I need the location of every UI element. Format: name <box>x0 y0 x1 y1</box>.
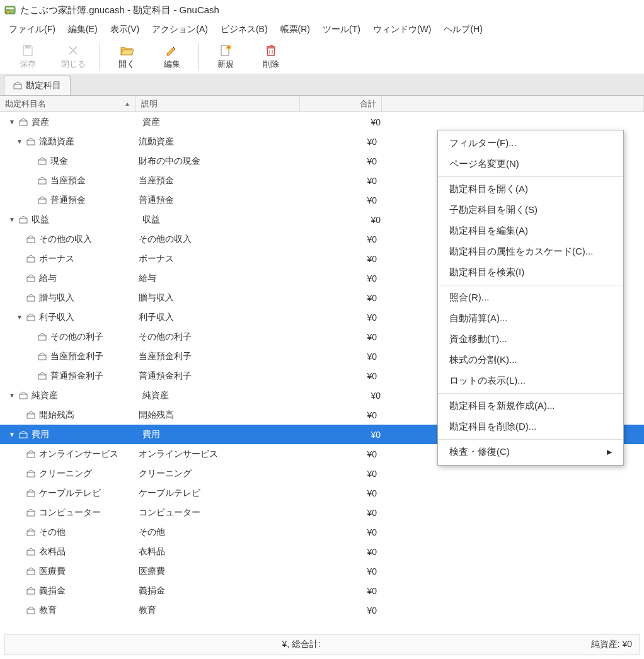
svg-rect-28 <box>27 531 35 536</box>
account-icon <box>38 196 47 205</box>
account-row[interactable]: ケーブルテレビケーブルテレビ¥0 <box>0 483 644 503</box>
account-icon <box>19 430 28 439</box>
context-menu-item[interactable]: ページ名変更(N) <box>438 154 623 175</box>
tab-label: 勘定科目 <box>26 80 61 91</box>
account-total: ¥0 <box>300 469 382 479</box>
accounts-icon <box>13 81 22 90</box>
expander-icon[interactable]: ▼ <box>8 118 16 125</box>
account-description: その他の収入 <box>136 234 300 245</box>
context-menu-item[interactable]: 検査・修復(C)▶ <box>438 442 623 462</box>
context-menu-item[interactable]: 勘定科目を削除(D)... <box>438 416 623 437</box>
menu-file[interactable]: ファイル(F) <box>3 21 62 38</box>
menu-reports[interactable]: 帳票(R) <box>274 21 316 38</box>
context-menu-item[interactable]: 勘定科目を開く(A) <box>438 179 623 200</box>
svg-rect-11 <box>38 199 46 203</box>
submenu-arrow-icon: ▶ <box>607 448 612 456</box>
expander-icon[interactable]: ▼ <box>15 314 24 321</box>
svg-rect-24 <box>27 453 35 457</box>
context-menu-separator <box>438 285 623 285</box>
account-total: ¥0 <box>300 273 382 284</box>
account-row[interactable]: 衣料品衣料品¥0 <box>0 542 644 561</box>
account-row[interactable]: 教育教育¥0 <box>0 600 644 620</box>
column-headers: 勘定科目名 ▲ 説明 合計 <box>0 96 644 112</box>
account-icon <box>26 313 35 322</box>
column-header-name[interactable]: 勘定科目名 ▲ <box>0 96 136 112</box>
expander-icon[interactable]: ▼ <box>8 431 16 438</box>
context-menu-separator <box>438 439 623 440</box>
account-total: ¥0 <box>304 215 386 225</box>
context-menu: フィルター(F)...ページ名変更(N)勘定科目を開く(A)子勘定科目を開く(S… <box>437 130 624 466</box>
account-row[interactable]: 医療費医療費¥0 <box>0 561 644 581</box>
expander-icon[interactable]: ▼ <box>15 138 24 145</box>
context-menu-item[interactable]: ロットの表示(L)... <box>438 370 623 391</box>
account-icon <box>19 391 28 400</box>
account-total: ¥0 <box>304 117 386 127</box>
account-name: 衣料品 <box>39 546 66 558</box>
context-menu-item[interactable]: フィルター(F)... <box>438 133 623 154</box>
context-menu-item[interactable]: 資金移動(T)... <box>438 329 623 350</box>
account-icon <box>26 274 35 283</box>
svg-rect-19 <box>38 355 46 360</box>
context-menu-item[interactable]: 勘定科目の属性をカスケード(C)... <box>438 241 623 262</box>
menu-tools[interactable]: ツール(T) <box>316 21 367 38</box>
menu-edit[interactable]: 編集(E) <box>62 21 104 38</box>
toolbar-save-button: 保存 <box>5 40 50 73</box>
toolbar-edit-button[interactable]: 編集 <box>149 40 195 73</box>
column-header-rest <box>382 96 644 112</box>
toolbar: 保存 閉じる 開く 編集 新規 削除 <box>0 39 644 74</box>
expander-icon[interactable]: ▼ <box>8 216 16 223</box>
account-icon <box>38 176 47 185</box>
context-menu-item[interactable]: 勘定科目を新規作成(A)... <box>438 396 623 416</box>
menu-view[interactable]: 表示(V) <box>104 21 146 38</box>
context-menu-item[interactable]: 株式の分割(K)... <box>438 350 623 370</box>
account-row[interactable]: クリーニングクリーニング¥0 <box>0 464 644 483</box>
account-description: 給与 <box>136 273 300 284</box>
context-menu-item[interactable]: 自動清算(A)... <box>438 308 623 329</box>
context-menu-item[interactable]: 子勘定科目を開く(S) <box>438 200 623 221</box>
context-menu-item[interactable]: 勘定科目を検索(I) <box>438 262 623 283</box>
svg-rect-1 <box>6 8 14 9</box>
account-row[interactable]: 義捐金義捐金¥0 <box>0 581 644 600</box>
svg-rect-18 <box>38 336 46 340</box>
account-row[interactable]: コンピューターコンピューター¥0 <box>0 503 644 522</box>
svg-rect-14 <box>27 258 35 262</box>
menu-actions[interactable]: アクション(A) <box>146 21 214 38</box>
account-description: 当座預金利子 <box>136 351 300 362</box>
toolbar-open-button[interactable]: 開く <box>104 40 149 73</box>
account-icon <box>26 137 35 146</box>
menu-windows[interactable]: ウィンドウ(W) <box>367 21 438 38</box>
account-description: 贈与収入 <box>136 292 300 304</box>
account-description: コンピューター <box>136 507 300 519</box>
account-name: 贈与収入 <box>39 292 74 304</box>
account-name: 給与 <box>39 273 57 284</box>
context-menu-item[interactable]: 勘定科目を編集(A) <box>438 221 623 241</box>
tab-accounts[interactable]: 勘定科目 <box>4 76 71 95</box>
svg-rect-32 <box>27 609 35 614</box>
menu-help[interactable]: ヘルプ(H) <box>437 21 488 38</box>
account-name: 利子収入 <box>39 312 74 323</box>
account-row[interactable]: ▼資産資産¥0 <box>0 112 644 132</box>
account-name: 現金 <box>50 156 68 167</box>
context-menu-item[interactable]: 照合(R)... <box>438 287 623 308</box>
account-total: ¥0 <box>304 391 386 401</box>
account-total: ¥0 <box>300 137 382 147</box>
expander-icon[interactable]: ▼ <box>8 392 16 399</box>
menu-bar: ファイル(F) 編集(E) 表示(V) アクション(A) ビジネス(B) 帳票(… <box>0 20 644 39</box>
account-description: 資産 <box>140 117 304 128</box>
account-name: クリーニング <box>39 468 92 479</box>
svg-rect-21 <box>20 394 27 399</box>
toolbar-delete-button[interactable]: 削除 <box>248 40 294 73</box>
toolbar-new-button[interactable]: 新規 <box>203 40 248 73</box>
svg-rect-6 <box>14 84 21 89</box>
account-total: ¥0 <box>300 527 382 537</box>
account-name: 流動資産 <box>39 136 74 147</box>
account-description: 流動資産 <box>136 136 300 147</box>
account-name: ボーナス <box>39 253 74 265</box>
account-total: ¥0 <box>300 586 382 596</box>
account-row[interactable]: その他その他¥0 <box>0 522 644 542</box>
menu-business[interactable]: ビジネス(B) <box>214 21 274 38</box>
column-header-total[interactable]: 合計 <box>300 96 382 112</box>
column-header-description[interactable]: 説明 <box>136 96 300 112</box>
account-icon <box>26 255 35 263</box>
account-total: ¥0 <box>300 195 382 205</box>
